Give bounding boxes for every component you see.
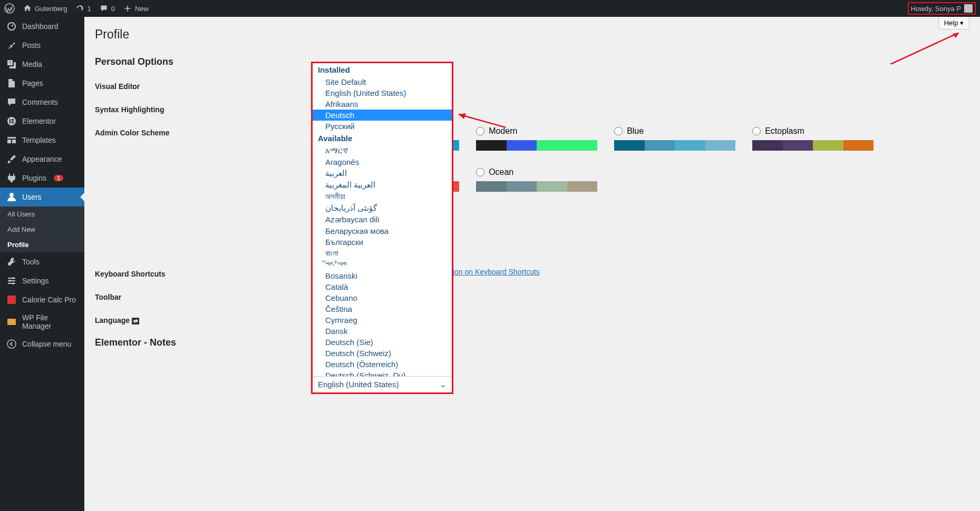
- sidebar-item-plugins[interactable]: Plugins1: [0, 169, 84, 188]
- language-option[interactable]: Deutsch (Sie): [313, 337, 452, 348]
- sidebar-item-collapse-menu[interactable]: Collapse menu: [0, 335, 84, 353]
- sidebar-item-users[interactable]: Users: [0, 188, 84, 207]
- svg-point-13: [7, 340, 16, 348]
- updates-link[interactable]: 1: [75, 4, 91, 13]
- language-option[interactable]: گؤنئی آذربایجان: [313, 202, 452, 214]
- svg-rect-6: [12, 122, 14, 123]
- language-option[interactable]: Cymraeg: [313, 315, 452, 326]
- language-option[interactable]: Deutsch (Schweiz, Du): [313, 370, 452, 377]
- language-option[interactable]: Български: [313, 237, 452, 248]
- svg-rect-3: [9, 119, 11, 123]
- settings-icon: [6, 276, 17, 286]
- sidebar-item-calorie-calc-pro[interactable]: Calorie Calc Pro: [0, 290, 84, 309]
- comment-icon: [6, 97, 17, 107]
- sidebar-sub-profile[interactable]: Profile: [0, 237, 84, 252]
- pin-icon: [6, 40, 17, 51]
- brush-icon: [6, 154, 17, 164]
- svg-rect-4: [12, 119, 14, 120]
- svg-point-10: [12, 282, 14, 284]
- language-option[interactable]: Azərbaycan dili: [313, 214, 452, 225]
- language-option[interactable]: Dansk: [313, 326, 452, 337]
- sidebar-sub-all-users[interactable]: All Users: [0, 207, 84, 222]
- color-scheme-radio[interactable]: [476, 168, 484, 176]
- svg-point-9: [9, 280, 11, 282]
- label-syntax: Syntax Highlighting: [95, 103, 211, 114]
- sidebar-sub-add-new[interactable]: Add New: [0, 222, 84, 237]
- language-option[interactable]: አማርኛ: [313, 145, 452, 156]
- sidebar-item-tools[interactable]: Tools: [0, 252, 84, 271]
- language-option[interactable]: Беларуская мова: [313, 225, 452, 237]
- sidebar-item-wp-file-manager[interactable]: WP File Manager: [0, 309, 84, 335]
- color-scheme-modern[interactable]: Modern: [476, 126, 597, 151]
- color-scheme-radio[interactable]: [614, 127, 623, 135]
- label-color-scheme: Admin Color Scheme: [95, 126, 185, 137]
- language-option[interactable]: Cebuano: [313, 292, 452, 303]
- wrench-icon: [6, 257, 17, 267]
- my-account-link[interactable]: Howdy, Sonya P: [908, 2, 976, 15]
- language-option[interactable]: Site Default: [313, 76, 452, 87]
- label-keyboard: Keyboard Shortcuts: [95, 268, 211, 278]
- language-option[interactable]: Čeština: [313, 303, 452, 315]
- sidebar-item-dashboard[interactable]: Dashboard: [0, 17, 84, 36]
- new-content-link[interactable]: New: [123, 4, 149, 13]
- sidebar-item-pages[interactable]: Pages: [0, 74, 84, 93]
- annotation-arrow-2: [453, 112, 506, 127]
- chevron-down-icon: ⌄: [440, 380, 447, 389]
- language-option[interactable]: العربية المغربية: [313, 179, 452, 191]
- comment-icon: [100, 4, 108, 13]
- label-toolbar: Toolbar: [95, 291, 211, 301]
- avatar-icon: [964, 4, 973, 13]
- language-option[interactable]: Català: [313, 281, 452, 292]
- language-select[interactable]: English (United States) ⌄: [313, 377, 452, 392]
- page-title: Profile: [95, 27, 969, 42]
- help-tab[interactable]: Help ▾: [938, 17, 969, 30]
- language-option[interactable]: العربية: [313, 168, 452, 179]
- color-swatch: [614, 140, 735, 151]
- language-option[interactable]: Afrikaans: [313, 99, 452, 110]
- sidebar-item-elementor[interactable]: Elementor: [0, 112, 84, 131]
- sidebar-item-appearance[interactable]: Appearance: [0, 150, 84, 169]
- sidebar-item-settings[interactable]: Settings: [0, 271, 84, 290]
- color-scheme-radio[interactable]: [476, 127, 484, 135]
- dashboard-icon: [6, 21, 17, 32]
- svg-marker-17: [459, 113, 466, 119]
- svg-rect-12: [7, 319, 16, 325]
- user-icon: [6, 192, 17, 202]
- sidebar-item-templates[interactable]: Templates: [0, 131, 84, 150]
- plus-icon: [123, 4, 132, 13]
- language-option[interactable]: Русский: [313, 121, 452, 132]
- translate-icon: ⇄: [132, 318, 139, 325]
- color-swatch: [476, 181, 597, 192]
- sidebar-item-comments[interactable]: Comments: [0, 93, 84, 112]
- svg-point-8: [12, 277, 14, 279]
- update-badge: 1: [54, 175, 63, 181]
- language-option[interactable]: Deutsch: [313, 110, 452, 121]
- language-listbox[interactable]: InstalledSite DefaultEnglish (United Sta…: [313, 63, 452, 377]
- collapse-icon: [6, 339, 17, 349]
- plugin-icon: [6, 173, 17, 183]
- label-visual-editor: Visual Editor: [95, 80, 211, 91]
- svg-point-7: [9, 193, 14, 197]
- language-group: Available: [313, 132, 452, 145]
- language-option[interactable]: Bosanski: [313, 270, 452, 281]
- color-scheme-ocean[interactable]: Ocean: [476, 168, 597, 192]
- elementor-icon: [6, 116, 17, 126]
- language-option[interactable]: Deutsch (Österreich): [313, 359, 452, 370]
- admin-sidebar: DashboardPostsMediaPagesCommentsElemento…: [0, 17, 84, 511]
- sidebar-item-media[interactable]: Media: [0, 55, 84, 74]
- color-scheme-blue[interactable]: Blue: [614, 126, 735, 151]
- language-option[interactable]: བོད་ཡིག: [313, 259, 452, 270]
- sidebar-item-posts[interactable]: Posts: [0, 36, 84, 55]
- svg-rect-11: [7, 296, 16, 304]
- wp-logo[interactable]: [4, 3, 15, 14]
- language-option[interactable]: বাংলা: [313, 248, 452, 259]
- page-icon: [6, 78, 17, 89]
- language-option[interactable]: Deutsch (Schweiz): [313, 348, 452, 359]
- language-option[interactable]: অসমীয়া: [313, 191, 452, 202]
- color-scheme-ectoplasm[interactable]: Ectoplasm: [752, 126, 874, 151]
- color-scheme-radio[interactable]: [752, 127, 761, 135]
- language-option[interactable]: English (United States): [313, 87, 452, 99]
- site-name-link[interactable]: Gutenberg: [23, 4, 67, 13]
- comments-link[interactable]: 0: [100, 4, 115, 13]
- language-option[interactable]: Aragonés: [313, 156, 452, 168]
